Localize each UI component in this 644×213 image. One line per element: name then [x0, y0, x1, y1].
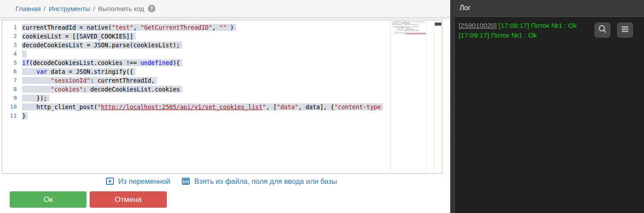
- form-rows-icon: [181, 177, 190, 186]
- menu-icon: [620, 24, 630, 36]
- breadcrumb-tools-link[interactable]: Инструменты: [49, 5, 90, 12]
- line-number: 7: [2, 76, 22, 85]
- log-entry-id-link[interactable]: [259010020]: [459, 22, 497, 29]
- code-line[interactable]: 1currentThreadId = native("test", "GetCu…: [2, 23, 390, 32]
- code-line[interactable]: 9 });: [2, 94, 390, 103]
- line-number: 8: [2, 85, 22, 94]
- scrollbar-gutter: [426, 20, 434, 173]
- insert-from-variable-label: Из переменной: [118, 177, 170, 186]
- line-number: 9: [2, 94, 22, 103]
- code-line[interactable]: 2cookiesList = [[SAVED_COOKIES]]: [2, 32, 390, 41]
- breadcrumb-separator: /: [44, 5, 45, 12]
- breadcrumb: Главная / Инструменты / Выполнить код ?: [0, 0, 450, 18]
- line-number: 10: [2, 103, 22, 111]
- insert-from-variable-link[interactable]: Из переменной: [105, 177, 170, 186]
- line-number: 3: [2, 41, 22, 49]
- code-line[interactable]: 7 "sessionId": currentThreadId,: [2, 76, 390, 85]
- line-number: 2: [2, 32, 22, 41]
- code-editor[interactable]: 1currentThreadId = native("test", "GetCu…: [2, 20, 442, 174]
- main-panel: Главная / Инструменты / Выполнить код ? …: [0, 0, 450, 213]
- code-line[interactable]: 5if(decodeCookiesList.cookies !== undefi…: [2, 58, 390, 67]
- code-line[interactable]: 11}: [2, 111, 390, 120]
- line-number: 5: [2, 58, 22, 67]
- log-entry-text: [17:09:17] Поток №1 : Ok: [459, 31, 537, 39]
- scrollbar-thumb[interactable]: [435, 23, 441, 26]
- log-menu-button[interactable]: [617, 23, 633, 38]
- code-line[interactable]: 10 http_client_post("http://localhost:25…: [2, 103, 390, 111]
- search-icon: [598, 24, 607, 36]
- code-lines[interactable]: 1currentThreadId = native("test", "GetCu…: [2, 20, 390, 173]
- line-number: 6: [2, 67, 22, 76]
- ok-button[interactable]: Ок: [10, 191, 87, 208]
- log-entry-text: [17:09:17] Поток №1 : Ok: [497, 22, 577, 29]
- minimap-line: 10 http_client_post("http://localhost:25…: [392, 33, 426, 34]
- log-panel: Лог [259010020] [17:09:17] Поток №1 : Ok…: [455, 0, 644, 213]
- vertical-scrollbar[interactable]: [434, 20, 442, 173]
- cancel-button[interactable]: Отмена: [90, 191, 167, 208]
- log-search-button[interactable]: [595, 23, 610, 38]
- log-panel-title: Лог: [459, 4, 471, 12]
- insert-actions-row: Из переменной Взять из файла, поля для в…: [0, 177, 442, 186]
- log-panel-header: Лог: [455, 0, 644, 16]
- log-content: [259010020] [17:09:17] Поток №1 : Ok [17…: [455, 16, 644, 213]
- minimap[interactable]: 1currentThreadId = native("test", "GetCu…: [390, 20, 426, 173]
- spacer-band: [0, 18, 450, 19]
- breadcrumb-separator: /: [93, 5, 95, 12]
- help-question-icon[interactable]: ?: [148, 5, 155, 12]
- code-line[interactable]: 3decodeCookiesList = JSON.parse(cookiesL…: [2, 41, 390, 49]
- code-line[interactable]: 8 "cookies": decodeCookiesList.cookies: [2, 85, 390, 94]
- plus-square-icon: [105, 177, 114, 186]
- log-toolbar: [595, 23, 633, 38]
- line-number: 11: [2, 111, 22, 120]
- insert-from-file-link[interactable]: Взять из файла, поля для ввода или базы: [181, 177, 337, 186]
- minimap-line: 11}: [392, 34, 426, 35]
- code-line[interactable]: 6 var data = JSON.stringify({: [2, 67, 390, 76]
- breadcrumb-home-link[interactable]: Главная: [15, 5, 41, 12]
- insert-from-file-label: Взять из файла, поля для ввода или базы: [194, 177, 337, 186]
- code-line[interactable]: 4: [2, 49, 390, 58]
- line-number: 1: [2, 23, 22, 32]
- panel-resize-splitter[interactable]: [450, 0, 455, 213]
- line-number: 4: [2, 49, 22, 58]
- breadcrumb-current-page: Выполнить код: [98, 5, 144, 12]
